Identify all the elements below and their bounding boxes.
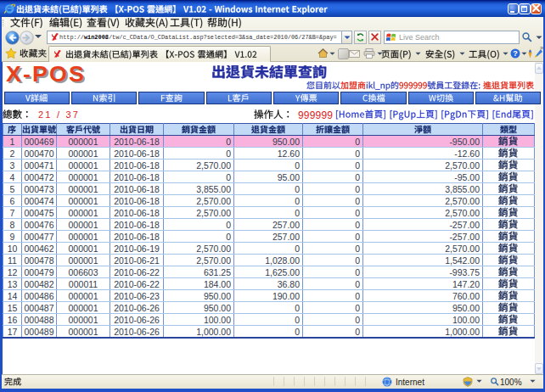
svg-text:?: ?: [513, 49, 518, 58]
